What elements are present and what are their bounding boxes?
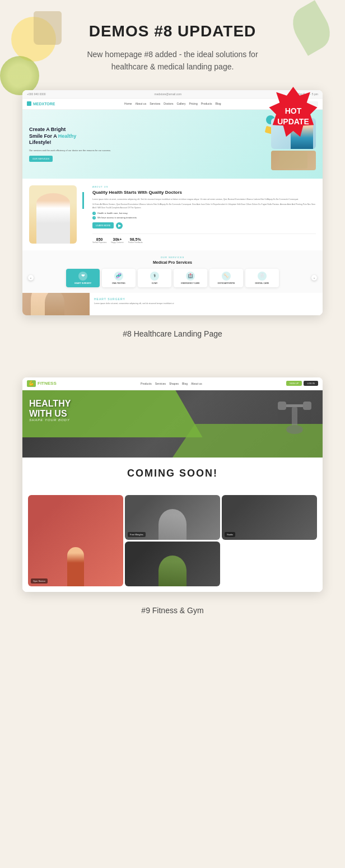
hc-about-section: ABOUT US Quality Health Starts With Qual… [22,179,323,250]
hc-prev-arrow[interactable]: ‹ [28,275,34,281]
hc-nav-home[interactable]: Home [124,102,132,105]
demo9-caption: #9 Fitness & Gym [0,598,345,626]
ft-nav-items: Products Services Shapes Blog About us [141,382,202,385]
hc-nav-products[interactable]: Products [201,102,212,105]
hc-hero-img-small [271,151,316,170]
hc-learn-more-button[interactable]: LEARN MORE [92,222,114,228]
page-header: DEMOS #8 UPDATED New homepage #8 added -… [0,0,345,85]
hc-hero-title: Create A BrightSmile For A HealthyLifest… [29,127,267,146]
ft-hero: HEALTHY WITH US SHAPE YOUR BODY [22,390,323,458]
page-title: DEMOS #8 UPDATED [34,22,311,40]
hc-stat-customers: 30k+ Happy Customer [111,237,124,244]
page-subtitle: New homepage #8 added - the ideal soluti… [72,48,273,73]
hc-about-accent-bar [82,192,87,209]
ft-label-free-weights: Free Weights [128,532,146,537]
ft-label-studio: Studio [225,532,235,537]
hc-stats: 850 Verified Physicians 30k+ Happy Custo… [92,234,316,244]
hc-nav-doctors[interactable]: Doctors [164,102,173,105]
hc-hero-text: Create A BrightSmile For A HealthyLifest… [29,127,267,162]
hc-service-detail-content: HEART SURGERY Lorem ipsum dolor sit amet… [90,293,323,315]
hc-service-detail-desc: Lorem ipsum dolor sit amet, consectetur … [94,302,318,305]
hot-update-text: HOT UPDATE [277,106,309,126]
hc-service-detail-title: HEART SURGERY [94,297,318,301]
hc-service-detail: HEART SURGERY Lorem ipsum dolor sit amet… [22,293,323,315]
hc-logo-text: MEDXTORE [33,102,55,106]
hc-next-arrow[interactable]: › [311,275,317,281]
hc-play-button[interactable]: ▶ [116,222,123,229]
hc-about-title: Quality Health Starts With Quality Docto… [92,190,316,195]
hc-stat-feedbacks: 98.5% Positive Feedbacks [128,237,143,244]
hc-check-1: ✓ Health is health care, but easy [92,212,316,215]
ft-grid-img-4 [125,542,220,586]
hc-logo: MEDXTORE [27,101,55,106]
hc-service-dna-testing[interactable]: 🧬 DNA TESTING [102,269,136,287]
hc-hero-desc: Our services and the work efficiency of … [29,149,267,152]
hc-heart-icon: ❤ [78,272,87,281]
hc-about-img [29,185,77,244]
ft-equipment-figure [278,399,311,444]
hc-services-label: OUR SERVICES [28,256,317,259]
ft-img-gym-bg: Gym Station [28,495,123,586]
hc-about-content: ABOUT US Quality Health Starts With Qual… [92,185,316,244]
hc-nav-gallery[interactable]: Gallery [177,102,186,105]
ft-nav-actions: SIGN UP LOG IN [286,381,318,386]
ft-nav-shapes[interactable]: Shapes [169,382,179,385]
hc-service-xray[interactable]: ⚕ X-RAY [138,269,171,287]
ft-grid-img-large: Gym Station [28,495,123,586]
hc-cta-button[interactable]: OUR SERVICES [29,156,53,162]
hc-hero-highlight: Healthy [58,133,77,139]
hc-phone: +000 940 0000 [27,92,46,96]
hc-service-osteo[interactable]: 🦴 OSTEOARTHRITIS [209,269,243,287]
ft-logo: 💪 FITNESS [27,380,57,387]
ft-hero-subtitle: SHAPE YOUR BODY [29,418,71,422]
ft-nav-services[interactable]: Services [155,382,166,385]
hc-service-dental[interactable]: 🦷 DENTAL CARE [245,269,279,287]
ft-nav-products[interactable]: Products [141,382,152,385]
ft-image-grid: Gym Station Free Weights Studio [22,489,323,592]
hc-xray-icon: ⚕ [150,272,159,281]
fitness-mockup: 💪 FITNESS Products Services Shapes Blog … [22,377,323,592]
hc-about-body2: Ut Enim Ad Minim Veniam, Quis Nostrud Ex… [92,203,316,209]
hc-nav-pricing[interactable]: Pricing [189,102,197,105]
hc-stat-physicians: 850 Verified Physicians [92,237,106,244]
hc-service-carousel: ‹ ❤ HEART SURGERY 🧬 DNA TESTING ⚕ X-RAY [28,269,317,287]
hc-logo-cross-icon [27,101,31,106]
ft-figure-silhouette [67,547,84,586]
hc-nav-services[interactable]: Services [150,102,160,105]
hc-services-title: Medical Pro Services [28,260,317,264]
ft-grid-img-3: Studio [222,495,317,540]
hc-dna-icon: 🧬 [114,272,123,281]
ft-label-gym-station: Gym Station [31,578,48,584]
section-divider [0,349,345,366]
ft-coming-soon: COMING SOON! [22,458,323,489]
hc-about-label: ABOUT US [92,185,316,188]
hc-check-2: ✓ We have access to amazing treatments [92,216,316,220]
hc-about-body1: Lorem ipsum dolor sit amet, consectetur … [92,198,316,201]
hc-email: medxtore@email.com [155,92,182,96]
ft-login-button[interactable]: LOG IN [304,381,318,386]
ft-nav-about[interactable]: About us [191,382,202,385]
ft-img-extra-bg [125,542,220,586]
ft-img-weights-bg: Free Weights [125,495,220,540]
svg-rect-2 [303,402,311,410]
hc-service-detail-img [22,293,90,315]
ft-nav-blog[interactable]: Blog [182,382,188,385]
hc-check-icon-2: ✓ [92,216,96,220]
ft-signup-button[interactable]: SIGN UP [286,381,302,386]
ft-logo-text: FITNESS [38,381,57,386]
ft-navbar: 💪 FITNESS Products Services Shapes Blog … [22,377,323,390]
hc-doctor-figure [36,193,70,244]
ft-img-studio-bg: Studio [222,495,317,540]
hc-service-emergency[interactable]: 🏥 EMERGENCY CARE [174,269,207,287]
hc-nav-about[interactable]: About us [135,102,146,105]
hc-check-icon-1: ✓ [92,212,96,215]
svg-rect-3 [292,407,297,427]
hc-emergency-icon: 🏥 [186,272,195,281]
ft-grid-img-2: Free Weights [125,495,220,540]
svg-rect-1 [278,402,286,410]
svg-point-4 [286,425,303,434]
hc-dental-icon: 🦷 [258,272,267,281]
hc-nav-blog[interactable]: Blog [215,102,221,105]
hc-service-heart-surgery[interactable]: ❤ HEART SURGERY [66,269,100,287]
hc-nav-items: Home About us Services Doctors Gallery P… [124,102,221,105]
